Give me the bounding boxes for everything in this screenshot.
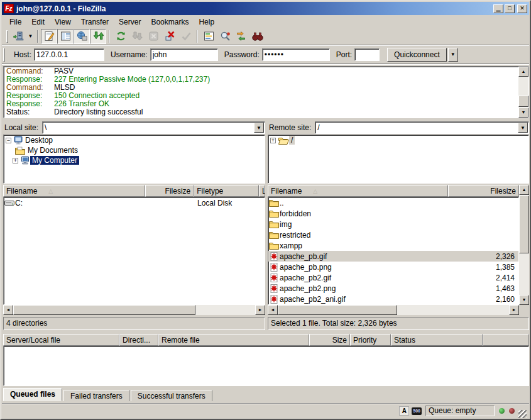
expand-icon[interactable]: +: [270, 138, 276, 143]
port-input[interactable]: [354, 48, 380, 61]
toggle-remote-tree-button[interactable]: [74, 29, 90, 44]
title-bar[interactable]: Fz john@127.0.0.1 - FileZilla ▁ □ ✕: [2, 2, 529, 15]
column-last-modified[interactable]: L: [259, 185, 265, 197]
column-filesize[interactable]: Filesize: [448, 185, 519, 197]
tree-item-desktop[interactable]: − Desktop: [4, 135, 265, 145]
remote-list-header: Filename△ Filesize: [268, 185, 529, 197]
remote-site-combo[interactable]: / ▼: [315, 121, 529, 134]
local-hscrollbar-thumb[interactable]: [13, 305, 195, 315]
password-input[interactable]: [262, 48, 330, 61]
local-site-combo[interactable]: \ ▼: [42, 121, 265, 134]
close-button[interactable]: ✕: [517, 4, 527, 13]
scroll-up-icon[interactable]: ▲: [518, 67, 528, 77]
directory-comparison-button[interactable]: [217, 29, 233, 44]
host-input[interactable]: [34, 48, 104, 61]
file-row[interactable]: apache_pb2.png 1,463: [268, 283, 518, 294]
scroll-right-icon[interactable]: ►: [509, 305, 519, 315]
scroll-left-icon[interactable]: ◄: [268, 305, 278, 315]
chevron-down-icon[interactable]: ▼: [254, 123, 264, 133]
site-manager-dropdown[interactable]: ▼: [26, 29, 35, 44]
collapse-icon[interactable]: −: [6, 138, 11, 143]
file-row[interactable]: apache_pb2_ani.gif 2,160: [268, 294, 518, 304]
cancel-button[interactable]: [145, 29, 161, 44]
column-server-local-file[interactable]: Server/Local file: [3, 334, 119, 346]
chevron-down-icon[interactable]: ▼: [518, 123, 528, 133]
menu-file[interactable]: File: [4, 16, 26, 28]
column-direction[interactable]: Directi...: [119, 334, 158, 346]
minimize-button[interactable]: ▁: [493, 4, 503, 13]
filter-button[interactable]: [200, 29, 217, 44]
menu-help[interactable]: Help: [194, 16, 219, 28]
file-row-selected[interactable]: apache_pb.gif 2,326: [268, 251, 518, 262]
column-filename[interactable]: Filename△: [3, 185, 145, 197]
speed-limit-icon[interactable]: 500: [412, 407, 422, 415]
maximize-button[interactable]: □: [505, 4, 515, 13]
message-log[interactable]: Command:PASV Response:227 Entering Passi…: [3, 66, 529, 118]
column-remote-file[interactable]: Remote file: [158, 334, 309, 346]
site-manager-button[interactable]: [10, 29, 26, 44]
remote-vscrollbar[interactable]: ▲ ▼: [519, 185, 529, 305]
queue-list[interactable]: [3, 346, 529, 386]
tab-successful-transfers[interactable]: Successful transfers: [131, 390, 212, 401]
tab-failed-transfers[interactable]: Failed transfers: [63, 390, 129, 401]
file-row-c-drive[interactable]: C: Local Disk: [4, 197, 265, 208]
menu-edit[interactable]: Edit: [26, 16, 50, 28]
column-filesize[interactable]: Filesize: [145, 185, 194, 197]
remote-hscrollbar-thumb[interactable]: [278, 305, 397, 315]
column-filetype[interactable]: Filetype: [194, 185, 259, 197]
column-priority[interactable]: Priority: [350, 334, 391, 346]
file-row[interactable]: apache_pb.png 1,385: [268, 262, 518, 272]
local-file-list[interactable]: C: Local Disk: [3, 197, 265, 305]
username-input[interactable]: [150, 48, 218, 61]
column-filename[interactable]: Filename△: [268, 185, 448, 197]
drive-icon: [4, 199, 14, 206]
menu-server[interactable]: Server: [114, 16, 146, 28]
resize-grip[interactable]: [518, 410, 527, 418]
tree-item-root[interactable]: + /: [268, 135, 528, 145]
file-row[interactable]: forbidden: [268, 208, 518, 219]
file-row[interactable]: apache_pb2.gif 2,414: [268, 272, 518, 283]
quickconnect-grip[interactable]: [3, 48, 5, 62]
remote-vscrollbar-thumb[interactable]: [519, 196, 529, 253]
tree-item-my-computer[interactable]: + My Computer: [4, 155, 265, 165]
remote-hscrollbar[interactable]: ◄ ►: [268, 305, 519, 315]
scroll-left-icon[interactable]: ◄: [3, 305, 13, 315]
quickconnect-button[interactable]: Quickconnect: [387, 48, 447, 62]
tree-item-my-documents[interactable]: My Documents: [4, 145, 265, 155]
column-size[interactable]: Size: [309, 334, 350, 346]
local-hscrollbar[interactable]: ◄ ►: [3, 305, 265, 315]
tab-queued-files[interactable]: Queued files: [3, 388, 62, 401]
remote-file-list[interactable]: .. forbidden img restricted xampp: [268, 197, 519, 305]
scroll-right-icon[interactable]: ►: [255, 305, 265, 315]
find-files-button[interactable]: [249, 29, 266, 44]
file-row[interactable]: img: [268, 219, 518, 229]
file-row[interactable]: ..: [268, 197, 518, 208]
scroll-down-icon[interactable]: ▼: [519, 295, 529, 305]
scroll-up-icon[interactable]: ▲: [519, 185, 529, 195]
reconnect-button[interactable]: [178, 29, 194, 44]
disconnect-button[interactable]: [161, 29, 178, 44]
toggle-queue-button[interactable]: [90, 29, 106, 44]
quickconnect-dropdown[interactable]: ▼: [448, 48, 458, 62]
file-row[interactable]: xampp: [268, 240, 518, 251]
refresh-button[interactable]: [112, 29, 129, 44]
menu-transfer[interactable]: Transfer: [76, 16, 114, 28]
log-line: Response:227 Entering Passive Mode (127,…: [5, 75, 517, 84]
menu-view[interactable]: View: [50, 16, 76, 28]
toggle-local-tree-button[interactable]: [57, 29, 74, 44]
disconnect-icon: [165, 31, 175, 41]
file-row[interactable]: restricted: [268, 229, 518, 240]
synchronized-browsing-button[interactable]: [233, 29, 249, 44]
log-scrollbar[interactable]: ▲ ▼: [518, 67, 528, 118]
toolbar-grip[interactable]: [6, 30, 8, 43]
remote-tree[interactable]: + /: [268, 135, 529, 184]
ascii-datatype-icon[interactable]: A: [399, 406, 409, 416]
log-scrollbar-thumb[interactable]: [518, 96, 528, 107]
column-status[interactable]: Status: [391, 334, 483, 346]
menu-bookmarks[interactable]: Bookmarks: [146, 16, 194, 28]
toggle-log-button[interactable]: [41, 29, 57, 44]
process-queue-button[interactable]: [129, 29, 145, 44]
expand-icon[interactable]: +: [13, 158, 18, 163]
local-tree[interactable]: − Desktop My Documents: [3, 135, 265, 184]
scroll-down-icon[interactable]: ▼: [518, 108, 528, 118]
